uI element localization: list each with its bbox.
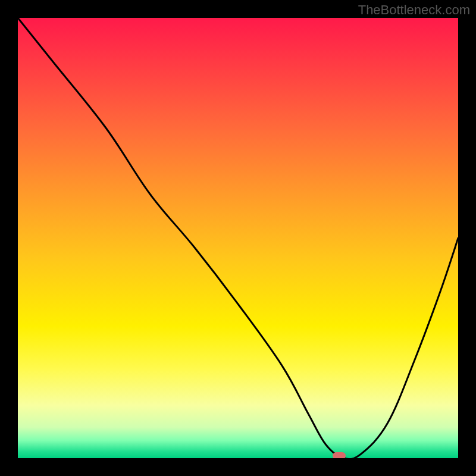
chart-curve-svg [18,18,458,458]
chart-plot-area [18,18,458,458]
watermark-text: TheBottleneck.com [358,2,470,18]
bottleneck-curve-line [18,18,458,458]
optimal-point-marker [333,452,346,458]
